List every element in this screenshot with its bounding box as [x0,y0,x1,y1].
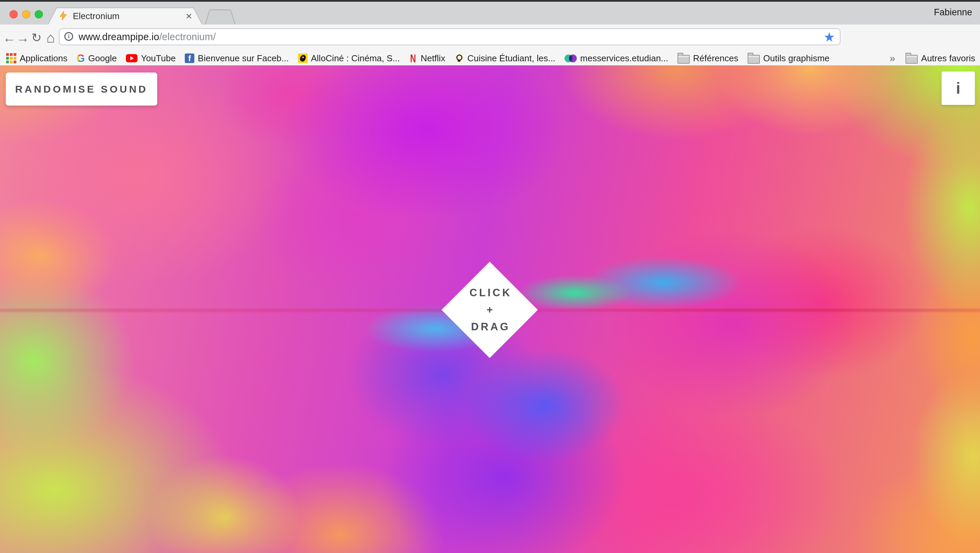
lightning-bolt-favicon-icon [59,11,68,21]
tab-electronium[interactable]: Electronium × [48,8,202,24]
bookmarks-overflow-chevron[interactable]: » [889,53,895,64]
toolbar: ← → ↻ ⌂ i www.dreampipe.io/electronium/ … [0,24,980,51]
bookmark-facebook[interactable]: f Bienvenue sur Faceb... [185,53,288,64]
google-g-icon: G [76,53,85,64]
tab-title: Electronium [73,11,119,21]
bookmark-cuisine-etudiant[interactable]: Cuisine Étudiant, les... [454,53,555,64]
new-tab-button[interactable] [205,10,235,24]
bookmark-folder-references[interactable]: Références [678,53,738,64]
overlapping-circles-icon [565,54,577,62]
diamond-line-1: CLICK [468,287,512,299]
bookmark-label: Applications [20,53,67,64]
youtube-play-icon [126,54,137,62]
tab-close-icon[interactable]: × [183,10,195,22]
bookmark-label: AlloCiné : Cinéma, S... [311,53,400,64]
bookmark-allocine[interactable]: AlloCiné : Cinéma, S... [298,53,400,64]
bookmark-label: YouTube [141,53,176,64]
bookmark-google[interactable]: G Google [76,53,117,64]
bookmark-folder-autres-favoris[interactable]: Autres favoris [905,53,975,64]
profile-name[interactable]: Fabienne [934,7,972,18]
netflix-n-icon: N [410,53,416,64]
forward-button[interactable]: → [15,30,30,45]
apps-grid-icon [6,53,16,63]
bookmark-label: Références [693,53,738,64]
allocine-icon [298,53,308,63]
folder-icon [748,55,760,64]
browser-window: Electronium × Fabienne ← → ↻ ⌂ i www.dre… [0,0,980,553]
page-info-icon[interactable]: i [64,32,73,41]
bookmark-star-icon[interactable]: ★ [824,30,835,44]
bookmark-messervices[interactable]: messervices.etudian... [565,53,668,64]
facebook-icon: f [185,53,194,63]
minimize-window-button[interactable] [22,10,30,18]
bookmark-netflix[interactable]: N Netflix [409,53,445,64]
home-button[interactable]: ⌂ [43,30,58,45]
reload-button[interactable]: ↻ [29,30,44,45]
lightbulb-icon [454,53,464,63]
tab-bar: Electronium × Fabienne [0,2,980,24]
folder-icon [678,55,690,64]
url-path: /electronium/ [159,31,216,42]
close-window-button[interactable] [10,10,18,18]
bookmark-label: Bienvenue sur Faceb... [198,53,288,64]
click-drag-label: CLICK + DRAG [439,287,541,333]
address-bar[interactable]: i www.dreampipe.io/electronium/ ★ [59,28,840,45]
zoom-window-button[interactable] [35,10,43,18]
bookmark-label: messervices.etudian... [580,53,668,64]
diamond-line-2: + [485,304,495,316]
diamond-line-3: DRAG [469,321,510,333]
url-text[interactable]: www.dreampipe.io/electronium/ [79,31,216,42]
page-info-button[interactable]: i [942,72,975,105]
bookmark-label: Autres favoris [921,53,975,64]
url-host: www.dreampipe.io [79,31,159,42]
bookmark-applications[interactable]: Applications [6,53,67,64]
traffic-lights [10,10,43,18]
bookmarks-bar: Applications G Google YouTube f Bienvenu… [0,51,980,66]
bookmark-label: Outils graphisme [763,53,830,64]
folder-icon [905,55,918,64]
bookmark-label: Cuisine Étudiant, les... [467,53,555,64]
bookmark-folder-outils-graphisme[interactable]: Outils graphisme [748,53,830,64]
back-button[interactable]: ← [2,30,17,45]
bookmark-youtube[interactable]: YouTube [126,53,176,64]
bookmark-label: Netflix [421,53,445,64]
visualizer-canvas[interactable]: RANDOMISE SOUND i CLICK + DRAG [0,65,980,553]
bookmark-label: Google [88,53,117,64]
randomise-sound-button[interactable]: RANDOMISE SOUND [6,73,157,105]
